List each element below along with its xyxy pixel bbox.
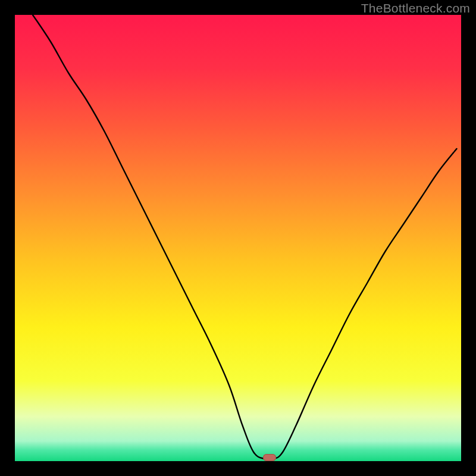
watermark-text: TheBottleneck.com bbox=[361, 1, 470, 15]
chart-frame: TheBottleneck.com bbox=[0, 0, 476, 476]
plot-area bbox=[15, 15, 461, 461]
bottleneck-curve bbox=[15, 15, 461, 461]
optimal-marker bbox=[263, 454, 276, 461]
